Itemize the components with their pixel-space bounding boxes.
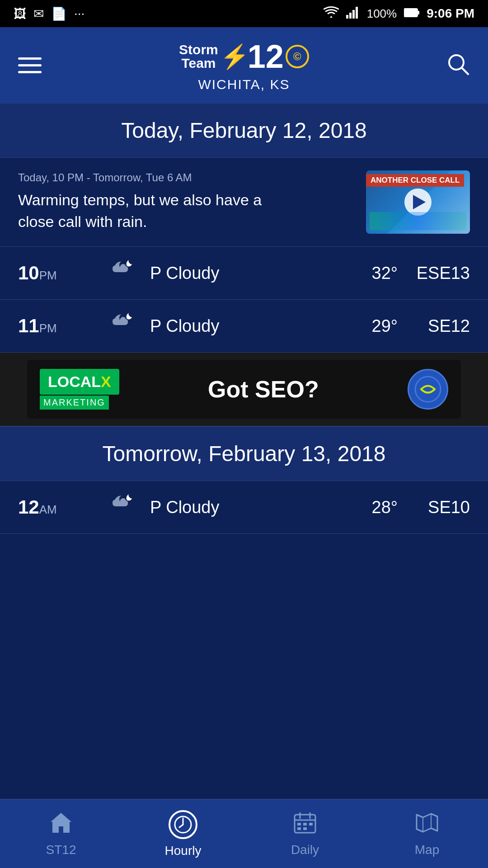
hour-display: 11 xyxy=(18,315,39,337)
status-icons-left: 🖼 ✉ 📄 ··· xyxy=(14,6,84,21)
teaser-video-thumbnail[interactable]: ANOTHER CLOSE CALL xyxy=(366,170,470,234)
nav-label-hourly: Hourly xyxy=(165,844,202,858)
forecast-teaser: Today, 10 PM - Tomorrow, Tue 6 AM Warmin… xyxy=(0,158,488,247)
weather-icon-12am xyxy=(108,494,141,521)
nav-item-st12[interactable]: ST12 xyxy=(0,804,122,864)
today-date-header: Today, February 12, 2018 xyxy=(0,103,488,158)
temp-11pm: 29° xyxy=(334,316,398,336)
channel-number: 12 xyxy=(248,38,284,75)
wind-10pm: ESE13 xyxy=(398,264,470,283)
weather-row: 11 PM P Cloudy 29° SE12 xyxy=(0,300,488,353)
play-button[interactable] xyxy=(404,189,432,216)
condition-10pm: P Cloudy xyxy=(150,264,334,283)
svg-point-8 xyxy=(415,377,441,402)
condition-12am: P Cloudy xyxy=(150,498,334,517)
hour-display: 10 xyxy=(18,262,39,284)
weather-time-12am: 12 AM xyxy=(18,496,99,518)
svg-rect-2 xyxy=(352,10,355,19)
ad-content: LOCALX MARKETING Got SEO? xyxy=(27,360,461,419)
svg-rect-3 xyxy=(356,7,358,19)
more-icon: ··· xyxy=(74,6,84,21)
menu-button[interactable] xyxy=(18,57,42,73)
home-icon xyxy=(49,811,73,838)
photo-icon: 🖼 xyxy=(14,6,26,21)
ad-tagline: Got SEO? xyxy=(128,376,399,403)
ad-logo-sub: MARKETING xyxy=(40,396,109,410)
svg-rect-16 xyxy=(297,823,301,826)
period-display: AM xyxy=(39,503,57,517)
period-display: PM xyxy=(39,321,57,335)
weather-row: 12 AM P Cloudy 28° SE10 xyxy=(0,481,488,534)
doc-icon: 📄 xyxy=(51,6,67,21)
weather-time-10pm: 10 PM xyxy=(18,262,99,284)
wind-12am: SE10 xyxy=(398,498,470,517)
ad-logo: LOCALX xyxy=(40,369,119,395)
signal-icon xyxy=(346,6,360,22)
nav-item-hourly[interactable]: Hourly xyxy=(122,803,244,865)
tomorrow-hourly-list: 12 AM P Cloudy 28° SE10 xyxy=(0,481,488,534)
svg-rect-18 xyxy=(309,823,313,826)
video-label: ANOTHER CLOSE CALL xyxy=(366,174,464,187)
svg-line-7 xyxy=(462,68,468,74)
wind-11pm: SE12 xyxy=(398,316,470,336)
temp-12am: 28° xyxy=(334,498,398,517)
teaser-time-range: Today, 10 PM - Tomorrow, Tue 6 AM xyxy=(18,171,271,184)
svg-rect-20 xyxy=(303,827,307,830)
status-bar: 🖼 ✉ 📄 ··· 10 xyxy=(0,0,488,27)
svg-rect-17 xyxy=(303,823,307,826)
teaser-description: Warming temps, but we also have a close … xyxy=(18,189,271,232)
nav-item-map[interactable]: Map xyxy=(366,804,488,864)
mail-icon: ✉ xyxy=(33,6,44,21)
weather-icon-10pm xyxy=(108,259,141,287)
storm-team-text: Storm Team xyxy=(179,43,218,70)
tomorrow-date-text: Tomorrow, February 13, 2018 xyxy=(103,442,386,466)
calendar-icon xyxy=(293,811,317,838)
svg-rect-4 xyxy=(404,9,418,17)
tomorrow-date-header: Tomorrow, February 13, 2018 xyxy=(0,426,488,481)
app-logo: Storm Team ⚡ 12 © WICHITA, KS xyxy=(179,38,309,92)
ad-badge xyxy=(408,369,448,410)
nav-label-daily: Daily xyxy=(291,843,319,857)
battery-icon xyxy=(404,7,419,21)
search-button[interactable] xyxy=(446,52,470,78)
play-triangle-icon xyxy=(413,195,426,209)
battery-percent: 100% xyxy=(367,7,397,21)
nav-item-daily[interactable]: Daily xyxy=(244,804,366,864)
period-display: PM xyxy=(39,269,57,283)
clock-icon xyxy=(169,810,197,839)
svg-rect-0 xyxy=(346,15,348,19)
time-display: 9:06 PM xyxy=(427,6,474,21)
condition-11pm: P Cloudy xyxy=(150,316,334,336)
lightning-icon: ⚡ xyxy=(220,43,249,71)
location-display: WICHITA, KS xyxy=(179,77,309,92)
bottom-navigation: ST12 Hourly xyxy=(0,799,488,868)
today-date-text: Today, February 12, 2018 xyxy=(121,118,366,142)
weather-row: 10 PM P Cloudy 32° ESE13 xyxy=(0,247,488,300)
status-icons-right: 100% 9:06 PM xyxy=(324,6,474,22)
map-overlay xyxy=(370,212,466,230)
app-header: Storm Team ⚡ 12 © WICHITA, KS xyxy=(0,27,488,103)
temp-10pm: 32° xyxy=(334,264,398,283)
channel-logo-circle: © xyxy=(286,45,309,68)
today-hourly-list: 10 PM P Cloudy 32° ESE13 11 PM xyxy=(0,247,488,353)
svg-rect-1 xyxy=(349,13,352,19)
map-icon xyxy=(415,811,439,838)
weather-icon-11pm xyxy=(108,312,141,340)
wifi-icon xyxy=(324,6,339,22)
hour-display: 12 xyxy=(18,496,39,518)
nav-label-map: Map xyxy=(415,843,439,857)
svg-rect-5 xyxy=(418,11,419,14)
teaser-content: Today, 10 PM - Tomorrow, Tue 6 AM Warmin… xyxy=(18,171,271,232)
svg-rect-19 xyxy=(297,827,301,830)
weather-time-11pm: 11 PM xyxy=(18,315,99,337)
svg-line-11 xyxy=(179,825,183,827)
advertisement-banner[interactable]: LOCALX MARKETING Got SEO? xyxy=(0,353,488,426)
nav-label-st12: ST12 xyxy=(46,843,76,857)
